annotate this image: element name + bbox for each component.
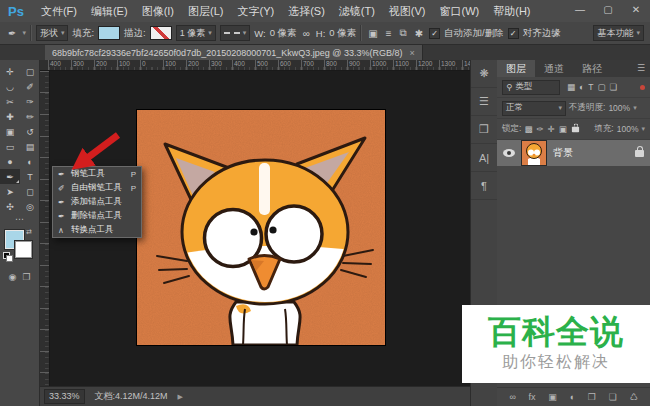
stroke-swatch[interactable] [150, 26, 172, 40]
image-document[interactable] [137, 110, 385, 345]
styles-panel-icon[interactable]: ❒ [471, 116, 497, 144]
minimize-button[interactable]: — [566, 0, 594, 22]
lock-all-icon[interactable] [572, 126, 579, 132]
crop-tool[interactable]: ✂ [0, 94, 20, 109]
zoom-level-field[interactable]: 33.33% [44, 389, 85, 404]
delete-layer-icon[interactable]: ♺ [630, 392, 638, 402]
brush-presets-panel-icon[interactable]: ❋ [471, 60, 497, 88]
new-group-icon[interactable]: ❐ [588, 392, 596, 402]
screen-mode-button[interactable]: ❐ [22, 272, 30, 282]
path-selection-tool[interactable]: ➤ [0, 184, 20, 199]
eyedropper-tool[interactable]: ✑ [20, 94, 40, 109]
brush-tool[interactable]: ✏ [20, 109, 40, 124]
gradient-tool[interactable]: ▤ [20, 139, 40, 154]
opacity-value[interactable]: 100% [608, 103, 630, 113]
auto-add-delete-checkbox[interactable]: ✓ [429, 28, 440, 39]
menu-filter[interactable]: 滤镜(T) [332, 0, 382, 22]
menu-edit[interactable]: 编辑(E) [84, 0, 135, 22]
lock-transparent-icon[interactable]: ▩ [524, 124, 532, 134]
tool-mode-select[interactable]: 形状 ▾ [36, 25, 69, 41]
freeform-pen-tool-menu-item[interactable]: ✐ 自由钢笔工具 P [53, 181, 141, 195]
horizontal-ruler[interactable]: 400 300 200 100 0 100 200 300 400 500 60… [40, 60, 470, 71]
link-dimensions-icon[interactable]: ∞ [301, 28, 312, 39]
filter-kind-select[interactable]: ⚲ 类型 [502, 80, 560, 95]
lock-artboard-icon[interactable]: ▣ [559, 124, 567, 134]
width-field[interactable]: 0 像素 [270, 27, 297, 40]
vertical-ruler[interactable] [40, 71, 50, 386]
layer-row-background[interactable]: 背景 [497, 140, 650, 166]
marquee-tool[interactable]: ▢ [20, 64, 40, 79]
filter-adjustment-icon[interactable]: ◐ [579, 82, 584, 92]
eraser-tool[interactable]: ▭ [0, 139, 20, 154]
adjustment-layer-icon[interactable]: ◐ [570, 392, 575, 402]
blur-tool[interactable]: ● [0, 154, 20, 169]
filter-shape-icon[interactable]: ▢ [597, 82, 605, 92]
add-mask-icon[interactable]: ▣ [548, 392, 557, 402]
default-colors-icon[interactable] [3, 252, 12, 261]
menu-image[interactable]: 图像(I) [135, 0, 181, 22]
quick-selection-tool[interactable]: ✐ [20, 79, 40, 94]
pen-tool-preset-icon[interactable]: ✒ [6, 28, 18, 39]
document-tab[interactable]: 68b9bfc78cf29336e7bf242650f0d7db_2015020… [45, 45, 423, 60]
align-edges-checkbox[interactable]: ✓ [508, 28, 519, 39]
link-layers-icon[interactable]: ∞ [509, 392, 515, 402]
lock-paint-icon[interactable]: ✑ [536, 124, 543, 134]
maximize-button[interactable]: ▢ [594, 0, 622, 22]
healing-brush-tool[interactable]: ✚ [0, 109, 20, 124]
quick-mask-button[interactable]: ◉ [9, 272, 17, 282]
fill-swatch[interactable] [98, 26, 120, 40]
tab-paths[interactable]: 路径 [573, 60, 611, 77]
background-color-swatch[interactable] [15, 241, 32, 258]
move-tool[interactable]: ✛ [0, 64, 20, 79]
menu-layer[interactable]: 图层(L) [181, 0, 230, 22]
shape-tool[interactable]: ◻ [20, 184, 40, 199]
adjustments-panel-icon[interactable]: ☰ [471, 88, 497, 116]
swap-colors-icon[interactable]: ⇄ [26, 228, 32, 236]
status-options-arrow-icon[interactable]: ▶ [178, 393, 183, 401]
filter-type-icon[interactable]: T [588, 82, 593, 92]
stroke-type-select[interactable]: ▾ [220, 25, 251, 41]
new-layer-icon[interactable]: ❏ [609, 392, 617, 402]
clone-stamp-tool[interactable]: ▣ [0, 124, 20, 139]
menu-type[interactable]: 文字(Y) [230, 0, 281, 22]
layer-thumbnail[interactable] [521, 140, 547, 166]
lasso-tool[interactable]: ◡ [0, 79, 20, 94]
path-operations-icon[interactable]: ▣ [366, 28, 379, 39]
path-align-icon[interactable]: ≡ [384, 28, 394, 39]
character-panel-icon[interactable]: A| [471, 144, 497, 172]
path-arrange-icon[interactable]: ⧉ [398, 27, 409, 39]
gear-icon[interactable]: ✱ [413, 28, 425, 39]
more-tools-button[interactable]: ⋯ [0, 214, 39, 226]
fill-value[interactable]: 100% [617, 124, 639, 134]
filter-pixel-icon[interactable]: ▦ [567, 82, 575, 92]
delete-anchor-tool-menu-item[interactable]: ✒ 删除锚点工具 [53, 209, 141, 223]
add-anchor-tool-menu-item[interactable]: ✒ 添加锚点工具 [53, 195, 141, 209]
height-field[interactable]: 0 像素 [329, 27, 356, 40]
dodge-tool[interactable]: ◐ [20, 154, 40, 169]
visibility-eye-icon[interactable] [503, 149, 515, 157]
tab-layers[interactable]: 图层 [497, 60, 535, 77]
menu-file[interactable]: 文件(F) [34, 0, 84, 22]
menu-window[interactable]: 窗口(W) [433, 0, 487, 22]
panel-menu-icon[interactable]: ☰ [632, 60, 650, 77]
stroke-width-select[interactable]: 1 像素 ▾ [176, 25, 216, 41]
convert-point-tool-menu-item[interactable]: ∧ 转换点工具 [53, 223, 141, 237]
close-tab-icon[interactable]: × [409, 48, 414, 58]
filter-smartobject-icon[interactable]: ❏ [609, 82, 617, 92]
history-brush-tool[interactable]: ↺ [20, 124, 40, 139]
paragraph-panel-icon[interactable]: ¶ [471, 172, 497, 200]
menu-help[interactable]: 帮助(H) [486, 0, 537, 22]
workspace-select[interactable]: 基本功能 ▾ [593, 25, 644, 41]
tab-channels[interactable]: 通道 [535, 60, 573, 77]
pen-tool-menu-item[interactable]: ✒ 钢笔工具 P [53, 167, 141, 181]
pen-tool[interactable]: ✒ [0, 169, 20, 184]
close-button[interactable]: ✕ [622, 0, 650, 22]
zoom-tool[interactable]: ◎ [20, 199, 40, 214]
menu-select[interactable]: 选择(S) [281, 0, 332, 22]
layer-style-icon[interactable]: fx [529, 392, 536, 402]
filter-toggle-icon[interactable] [640, 85, 645, 90]
type-tool[interactable]: T [20, 169, 40, 184]
hand-tool[interactable]: ✣ [0, 199, 20, 214]
lock-move-icon[interactable]: ✛ [548, 124, 555, 134]
blend-mode-select[interactable]: 正常 ▾ [502, 101, 566, 116]
